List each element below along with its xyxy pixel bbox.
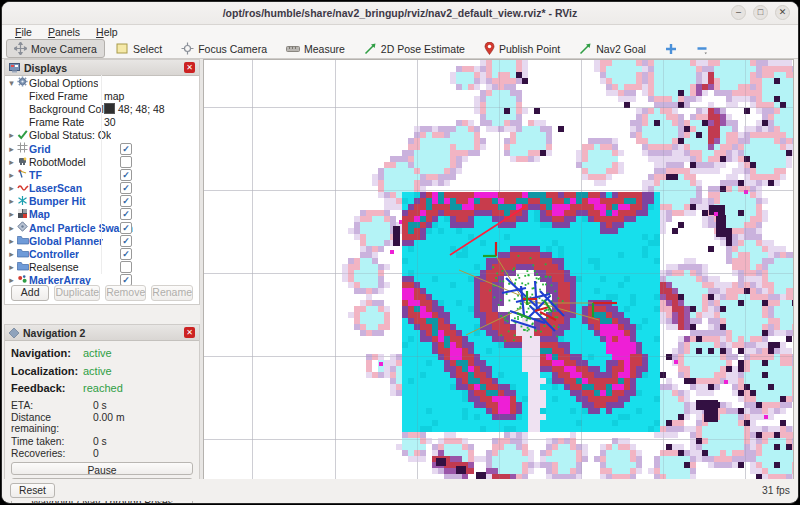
enabled-checkbox[interactable]: ✓ (120, 143, 132, 155)
property-value[interactable]: map (104, 90, 124, 102)
window-title: /opt/ros/humble/share/nav2_bringup/rviz/… (223, 7, 578, 19)
display-row-robotmodel[interactable]: ▸RobotModel (5, 155, 199, 168)
add-button[interactable]: Add (11, 285, 49, 301)
display-row-realsense[interactable]: ▸Realsense (5, 261, 199, 274)
folder-icon (16, 235, 29, 247)
property-value[interactable]: 48; 48; 48 (104, 103, 165, 115)
fps-counter: 31 fps (762, 485, 790, 496)
displays-close-icon[interactable]: ✕ (184, 62, 195, 73)
expander-down-icon[interactable]: ▾ (7, 78, 16, 88)
status-row: Feedback:reached (11, 382, 193, 394)
enabled-checkbox[interactable]: ✓ (120, 235, 132, 247)
pause-button[interactable]: Pause (11, 462, 193, 476)
displays-panel-title: Displays (24, 62, 180, 74)
grid-icon (16, 142, 29, 155)
tool-label: 2D Pose Estimate (381, 43, 465, 55)
expander-right-icon[interactable]: ▸ (7, 209, 16, 219)
display-label: Global Options (29, 77, 98, 89)
enabled-checkbox[interactable]: ✓ (120, 195, 132, 207)
enabled-checkbox[interactable]: ✓ (120, 182, 132, 194)
display-row-global-planner[interactable]: ▸Global Planner✓ (5, 234, 199, 247)
tool-focus-camera[interactable]: Focus Camera (173, 39, 275, 58)
enabled-checkbox[interactable] (120, 156, 132, 168)
display-label: Controller (29, 248, 79, 260)
nav2-close-icon[interactable]: ✕ (184, 327, 195, 338)
color-swatch (104, 103, 115, 114)
display-row-global-options[interactable]: ▾Global Options (5, 76, 199, 89)
expander-right-icon[interactable]: ▸ (7, 183, 16, 193)
status-label: Localization: (11, 365, 83, 377)
expander-right-icon[interactable]: ▸ (7, 223, 16, 233)
enabled-checkbox[interactable]: ✓ (120, 208, 132, 220)
expander-right-icon[interactable]: ▸ (7, 196, 16, 206)
expander-right-icon[interactable]: ▸ (7, 130, 16, 140)
tool-move-camera[interactable]: Move Camera (6, 39, 105, 58)
property-value[interactable]: 30 (104, 116, 116, 128)
display-row-fixed-frame[interactable]: Fixed Framemap (5, 89, 199, 102)
metric-label: Time taken: (11, 436, 93, 447)
value-text: 30 (104, 116, 116, 128)
focus-camera-icon (181, 42, 194, 55)
gear-icon (16, 76, 29, 89)
tool-2d-pose-estimate[interactable]: 2D Pose Estimate (356, 39, 473, 58)
display-label: Global Planner (29, 235, 103, 247)
display-row-amcl-particle-swarm[interactable]: ▸Amcl Particle Swarm✓ (5, 221, 199, 234)
display-row-frame-rate[interactable]: Frame Rate30 (5, 116, 199, 129)
3d-viewport[interactable] (203, 59, 794, 482)
maximize-button[interactable]: □ (753, 5, 768, 20)
displays-panel-header[interactable]: Displays ✕ (5, 60, 199, 76)
metric-row: Recoveries:0 (11, 448, 193, 459)
display-label: Realsense (29, 261, 79, 273)
display-row-laserscan[interactable]: ▸LaserScan✓ (5, 182, 199, 195)
folder-icon (16, 261, 29, 273)
remove-tool-icon (696, 43, 708, 55)
title-bar[interactable]: /opt/ros/humble/share/nav2_bringup/rviz/… (2, 2, 798, 25)
menu-file[interactable]: File (8, 26, 39, 38)
display-label: Grid (29, 143, 51, 155)
display-row-grid[interactable]: ▸Grid✓ (5, 142, 199, 155)
display-label: Bumper Hit (29, 195, 86, 207)
display-row-bumper-hit[interactable]: ▸Bumper Hit✓ (5, 195, 199, 208)
tool-remove-tool[interactable] (688, 39, 716, 58)
enabled-checkbox[interactable]: ✓ (120, 222, 132, 234)
tool-measure[interactable]: Measure (278, 39, 353, 58)
rename-button: Rename (151, 285, 193, 301)
enabled-checkbox[interactable] (120, 261, 132, 273)
expander-right-icon[interactable]: ▸ (7, 236, 16, 246)
displays-buttons: AddDuplicateRemoveRename (5, 285, 199, 301)
expander-right-icon[interactable]: ▸ (7, 170, 16, 180)
select-icon (116, 42, 129, 55)
display-row-background-color[interactable]: Background Color48; 48; 48 (5, 102, 199, 115)
enabled-checkbox[interactable]: ✓ (120, 169, 132, 181)
display-row-map[interactable]: ▸Map✓ (5, 208, 199, 221)
column-separator (101, 75, 102, 274)
displays-icon (9, 62, 20, 73)
nav2-panel: Navigation 2 ✕ Navigation:activeLocaliza… (4, 324, 200, 481)
nav2-panel-header[interactable]: Navigation 2 ✕ (5, 325, 199, 341)
tf-icon (16, 168, 29, 181)
minimize-button[interactable]: – (731, 5, 746, 20)
status-row: Localization:active (11, 365, 193, 377)
metric-label: ETA: (11, 400, 93, 411)
display-row-controller[interactable]: ▸Controller✓ (5, 247, 199, 260)
menu-help[interactable]: Help (89, 26, 125, 38)
close-button[interactable]: ✕ (775, 5, 790, 20)
expander-right-icon[interactable]: ▸ (7, 157, 16, 167)
enabled-checkbox[interactable]: ✓ (120, 248, 132, 260)
value-text: map (104, 90, 124, 102)
expander-right-icon[interactable]: ▸ (7, 144, 16, 154)
expander-right-icon[interactable]: ▸ (7, 249, 16, 259)
expander-right-icon[interactable]: ▸ (7, 262, 16, 272)
nav2-panel-title: Navigation 2 (23, 327, 180, 339)
render-canvas[interactable] (204, 60, 793, 481)
tool-publish-point[interactable]: Publish Point (476, 39, 568, 58)
status-label: Feedback: (11, 382, 83, 394)
display-row-tf[interactable]: ▸TF✓ (5, 168, 199, 181)
tool-select[interactable]: Select (108, 39, 170, 58)
display-row-global-status-ok[interactable]: ▸Global Status: Ok (5, 129, 199, 142)
menu-panels[interactable]: Panels (41, 26, 87, 38)
reset-button[interactable]: Reset (10, 483, 55, 498)
tool-add-tool[interactable] (657, 39, 685, 58)
expander-right-icon[interactable]: ▸ (7, 275, 16, 285)
tool-nav2-goal[interactable]: Nav2 Goal (571, 39, 654, 58)
